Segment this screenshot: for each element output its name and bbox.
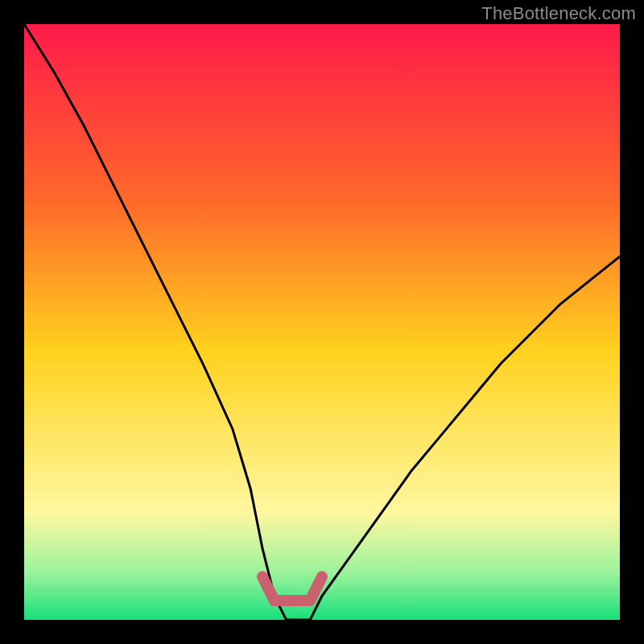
plot-area [24, 24, 620, 620]
watermark-text: TheBottleneck.com [481, 3, 636, 24]
bottleneck-curve-svg [24, 24, 620, 620]
chart-frame: TheBottleneck.com [0, 0, 644, 644]
bottleneck-curve [24, 24, 620, 620]
